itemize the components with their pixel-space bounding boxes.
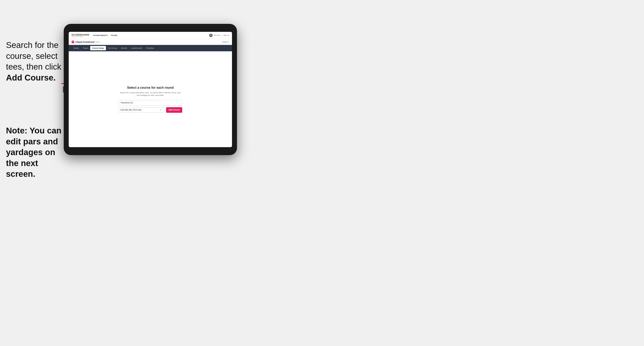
user-avatar: T xyxy=(209,34,213,37)
tab-leaderboards[interactable]: Leaderboards xyxy=(129,46,144,50)
tablet-side-button xyxy=(63,86,64,92)
tab-details[interactable]: Details xyxy=(72,46,81,50)
tee-select-wrapper: Gold (M) (M) (7010 yds) × ⌄ xyxy=(118,107,165,113)
tournament-header: C Clippd Invitational (Men) Cancel × xyxy=(69,39,232,45)
tablet-screen: SCOREBOARD Powered by clippd TOURNAMENTS… xyxy=(69,32,232,147)
tee-select-row: Gold (M) (M) (7010 yds) × ⌄ Add Course xyxy=(118,107,182,113)
nav-links: TOURNAMENTS TEAMS xyxy=(93,34,209,37)
user-name: Test User xyxy=(214,34,221,36)
tournament-subtitle: (Men) xyxy=(95,41,100,43)
main-content: Select a course for each round Search fo… xyxy=(69,51,232,147)
course-section-description: Search for a course and select a tee. Yo… xyxy=(118,91,182,97)
annotation-left: Search for the course, select tees, then… xyxy=(6,40,64,83)
nav-right: T Test User | Sign out xyxy=(209,34,229,37)
course-selection-card: Select a course for each round Search fo… xyxy=(118,86,182,113)
course-search-input[interactable] xyxy=(118,100,182,106)
cancel-button[interactable]: Cancel × xyxy=(222,41,229,43)
logo-text: SCOREBOARD xyxy=(72,34,89,36)
sign-out-link[interactable]: Sign out xyxy=(224,34,229,36)
nav-separator: | xyxy=(222,34,222,36)
nav-teams[interactable]: TEAMS xyxy=(111,34,118,37)
tee-select[interactable]: Gold (M) (M) (7010 yds) xyxy=(118,107,165,113)
logo-area: SCOREBOARD Powered by clippd xyxy=(72,34,89,37)
top-navigation: SCOREBOARD Powered by clippd TOURNAMENTS… xyxy=(69,32,232,39)
tab-teams[interactable]: Teams xyxy=(81,46,90,50)
tournament-icon: C xyxy=(72,40,74,43)
tablet-device: SCOREBOARD Powered by clippd TOURNAMENTS… xyxy=(64,24,237,155)
add-course-button[interactable]: Add Course xyxy=(166,107,182,113)
logo-sub: Powered by clippd xyxy=(72,36,89,37)
nav-tournaments[interactable]: TOURNAMENTS xyxy=(93,34,108,37)
annotation-note: Note: You can edit pars and yardages on … xyxy=(6,125,64,179)
tournament-title: Clippd Invitational xyxy=(76,41,94,43)
tab-results[interactable]: Results xyxy=(119,46,129,50)
course-section-title: Select a course for each round xyxy=(118,86,182,89)
tab-tee-groups[interactable]: Tee Groups xyxy=(106,46,119,50)
tab-bar: Details Teams Course Setup Tee Groups Re… xyxy=(69,45,232,51)
tab-course-setup[interactable]: Course Setup xyxy=(90,46,106,50)
tab-printables[interactable]: Printables xyxy=(144,46,156,50)
